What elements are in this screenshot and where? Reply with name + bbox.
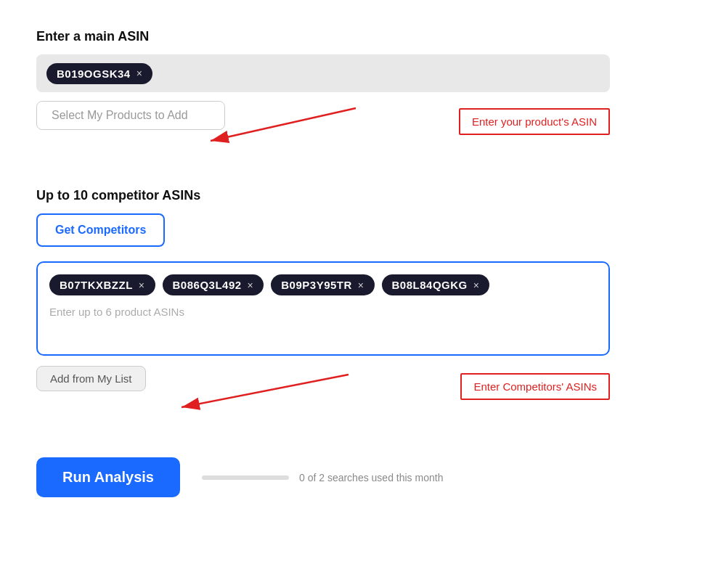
competitor-input-box[interactable]: B07TKXBZZL × B086Q3L492 × B09P3Y95TR × B… — [36, 261, 610, 356]
svg-line-3 — [182, 375, 349, 407]
main-asin-label: Enter a main ASIN — [36, 29, 677, 44]
usage-text: 0 of 2 searches used this month — [299, 472, 443, 483]
arrow-to-select-products-icon — [189, 94, 392, 159]
competitor-chip-4[interactable]: B08L84QGKG × — [382, 274, 490, 295]
annotation-box-product-asin: Enter your product's ASIN — [459, 108, 610, 135]
competitor-chip-4-close[interactable]: × — [473, 279, 480, 291]
competitor-chip-4-value: B08L84QGKG — [392, 279, 468, 291]
annotation-competitor-asin-text: Enter Competitors' ASINs — [473, 380, 597, 393]
main-asin-section: Enter a main ASIN B019OGSK34 × Select My… — [36, 29, 677, 166]
competitor-chip-2-close[interactable]: × — [248, 279, 254, 291]
arrow-to-add-from-list-icon — [160, 360, 385, 425]
main-asin-chip-value: B019OGSK34 — [57, 68, 131, 80]
competitor-chips-grid: B07TKXBZZL × B086Q3L492 × B09P3Y95TR × B… — [49, 274, 597, 295]
annotation-box-competitor-asin: Enter Competitors' ASINs — [460, 373, 610, 400]
usage-bar-track — [202, 475, 289, 480]
competitor-chip-3-value: B09P3Y95TR — [281, 279, 352, 291]
run-analysis-section: Run Analysis 0 of 2 searches used this m… — [36, 457, 677, 497]
annotation-product-asin-text: Enter your product's ASIN — [472, 115, 597, 128]
competitor-label: Up to 10 competitor ASINs — [36, 188, 677, 203]
competitor-chip-1-close[interactable]: × — [139, 279, 145, 291]
main-asin-chip[interactable]: B019OGSK34 × — [46, 63, 152, 84]
competitor-input-placeholder[interactable]: Enter up to 6 product ASINs — [49, 304, 597, 319]
svg-line-1 — [211, 108, 356, 141]
get-competitors-button[interactable]: Get Competitors — [36, 213, 165, 247]
competitor-chip-2-value: B086Q3L492 — [173, 279, 242, 291]
competitor-section: Up to 10 competitor ASINs Get Competitor… — [36, 188, 677, 431]
main-asin-chip-close[interactable]: × — [137, 68, 143, 79]
search-usage-area: 0 of 2 searches used this month — [202, 472, 443, 483]
competitor-chip-3-close[interactable]: × — [358, 279, 364, 291]
competitor-chip-1[interactable]: B07TKXBZZL × — [49, 274, 155, 295]
run-analysis-button[interactable]: Run Analysis — [36, 457, 180, 497]
add-from-list-button[interactable]: Add from My List — [36, 366, 146, 391]
competitor-chip-3[interactable]: B09P3Y95TR × — [271, 274, 374, 295]
competitor-chip-2[interactable]: B086Q3L492 × — [163, 274, 264, 295]
main-asin-input-row[interactable]: B019OGSK34 × — [36, 54, 610, 92]
competitor-chip-1-value: B07TKXBZZL — [60, 279, 133, 291]
